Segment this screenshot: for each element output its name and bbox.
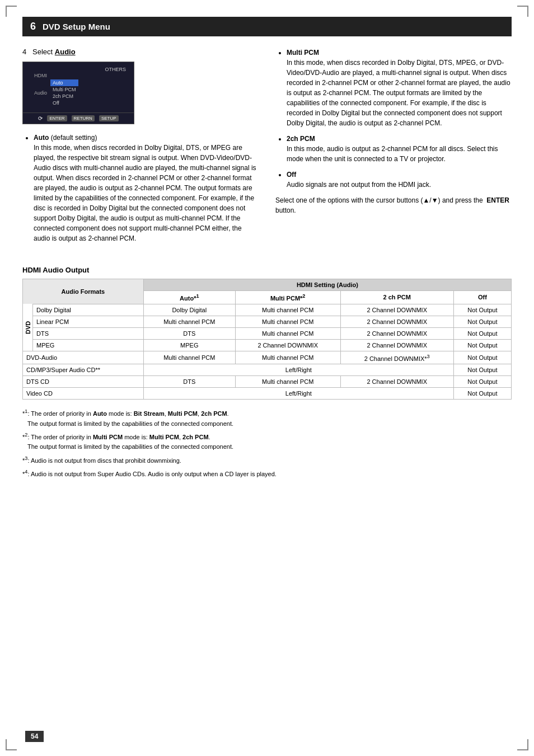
format-dts: DTS <box>33 327 144 339</box>
multi-pcm-mpeg: 2 Channel DOWNMIX <box>235 339 340 351</box>
format-dvd-audio: DVD-Audio <box>23 351 144 364</box>
menu-col-audio: Audio <box>27 90 47 96</box>
footnote-1-text: : The order of priority in Auto mode is:… <box>27 410 228 417</box>
menu-options: Auto Multi PCM 2ch PCM Off <box>50 79 78 106</box>
off-dts-cd: Not Output <box>453 376 511 388</box>
menu-row: HDMI <box>27 72 129 79</box>
menu-option-multi-pcm[interactable]: Multi PCM <box>50 86 78 93</box>
menu-controls: ⟳ ENTER RETURN SETUP <box>23 112 134 124</box>
2ch-mpeg: 2 Channel DOWNMIX <box>340 339 453 351</box>
2ch-dts: 2 Channel DOWNMIX <box>340 327 453 339</box>
cursor-instruction-text: Select one of the options with the curso… <box>275 196 509 214</box>
2ch-linear-pcm: 2 Channel DOWNMIX <box>340 316 453 327</box>
page-number: 54 <box>25 731 44 742</box>
menu-others-label: OTHERS <box>27 65 129 72</box>
footnote-2-text: : The order of priority in Multi PCM mod… <box>27 434 210 440</box>
off-video-cd: Not Output <box>453 388 511 400</box>
multi-pcm-linear-pcm: Multi channel PCM <box>235 316 340 327</box>
bullet-2ch-pcm-body: In this mode, audio is output as 2-chann… <box>287 144 512 164</box>
auto-linear-pcm: Multi channel PCM <box>143 316 235 327</box>
off-dolby-digital: Not Output <box>453 304 511 316</box>
footnote-2-marker: *2 <box>22 434 27 440</box>
footnote-3: *3: Audio is not output from discs that … <box>22 454 512 466</box>
menu-screen-inner: OTHERS HDMI Audio Auto Multi PCM 2ch PCM… <box>23 62 134 110</box>
col-multi-pcm-header: Multi PCM*2 <box>235 291 340 304</box>
multi-pcm-dts: Multi channel PCM <box>235 327 340 339</box>
table-row-dts-cd: DTS CD DTS Multi channel PCM 2 Channel D… <box>23 376 512 388</box>
menu-ctrl-enter[interactable]: ENTER <box>47 115 67 121</box>
menu-option-off[interactable]: Off <box>50 100 78 106</box>
hdmi-setting-header: HDMI Setting (Audio) <box>143 279 511 291</box>
format-dts-cd: DTS CD <box>23 376 144 388</box>
bullet-auto: Auto (default setting) In this mode, whe… <box>34 133 259 243</box>
multi-pcm-dts-cd: Multi channel PCM <box>235 376 340 388</box>
menu-screen: OTHERS HDMI Audio Auto Multi PCM 2ch PCM… <box>22 62 134 124</box>
table-row-linear-pcm: Linear PCM Multi channel PCM Multi chann… <box>23 316 512 327</box>
format-linear-pcm: Linear PCM <box>33 316 144 327</box>
menu-option-2ch-pcm[interactable]: 2ch PCM <box>50 93 78 100</box>
menu-ctrl-cursor-icon: ⟳ <box>38 115 43 121</box>
bullet-multi-pcm-title: Multi PCM <box>287 49 319 57</box>
cd-mp3-span: Left/Right <box>143 364 453 376</box>
menu-col-hdmi: HDMI <box>27 73 47 78</box>
corner-tr <box>517 6 528 17</box>
off-cd-mp3: Not Output <box>453 364 511 376</box>
step-audio-label: Audio <box>55 48 76 56</box>
menu-row-audio: Audio Auto Multi PCM 2ch PCM Off <box>27 79 129 107</box>
auto-dts-cd: DTS <box>143 376 235 388</box>
step-number: 4 <box>22 48 26 56</box>
off-mpeg: Not Output <box>453 339 511 351</box>
multi-pcm-dvd-audio: Multi channel PCM <box>235 351 340 364</box>
footnote-3-marker: *3 <box>22 457 27 464</box>
menu-ctrl-return[interactable]: RETURN <box>72 115 95 121</box>
footnote-4: *4: Audio is not output from Super Audio… <box>22 468 512 479</box>
menu-ctrl-setup[interactable]: SETUP <box>99 115 119 121</box>
hdmi-section: HDMI Audio Output Audio Formats HDMI Set… <box>22 266 512 480</box>
off-dts: Not Output <box>453 327 511 339</box>
footnote-2: *2: The order of priority in Multi PCM m… <box>22 431 512 452</box>
step-verb: Select <box>32 48 53 56</box>
auto-dts: DTS <box>143 327 235 339</box>
section-header: 6 DVD Setup Menu <box>22 17 512 36</box>
table-header-row-1: Audio Formats HDMI Setting (Audio) <box>23 279 512 291</box>
auto-dolby-digital: Dolby Digital <box>143 304 235 316</box>
col-off-header: Off <box>453 291 511 304</box>
2ch-dvd-audio: 2 Channel DOWNMIX*3 <box>340 351 453 364</box>
table-row-video-cd: Video CD Left/Right Not Output <box>23 388 512 400</box>
main-content: 4 Select Audio OTHERS HDMI Audio Auto Mu… <box>22 48 512 249</box>
left-col: 4 Select Audio OTHERS HDMI Audio Auto Mu… <box>22 48 259 249</box>
2ch-dolby-digital: 2 Channel DOWNMIX <box>340 304 453 316</box>
footnote-1-subtext: The output format is limited by the capa… <box>22 420 233 427</box>
video-cd-span: Left/Right <box>143 388 453 400</box>
section-number: 6 <box>30 21 36 32</box>
bullet-multi-pcm: Multi PCM In this mode, when discs recor… <box>287 48 512 128</box>
menu-option-auto[interactable]: Auto <box>50 79 78 86</box>
footnotes: *1: The order of priority in Auto mode i… <box>22 407 512 479</box>
dvd-group-label: DVD <box>23 304 33 351</box>
bullet-off: Off Audio signals are not output from th… <box>287 170 512 190</box>
footnote-3-text: : Audio is not output from discs that pr… <box>27 457 181 464</box>
bullet-2ch-pcm: 2ch PCM In this mode, audio is output as… <box>287 134 512 164</box>
auto-dvd-audio: Multi channel PCM <box>143 351 235 364</box>
bullet-off-title: Off <box>287 171 296 179</box>
bullet-2ch-pcm-title: 2ch PCM <box>287 135 315 143</box>
footnote-4-marker: *4 <box>22 471 27 477</box>
cursor-instruction: Select one of the options with the curso… <box>275 195 512 215</box>
table-row-dvd-audio: DVD-Audio Multi channel PCM Multi channe… <box>23 351 512 364</box>
footnote-4-text: : Audio is not output from Super Audio C… <box>27 471 277 477</box>
corner-tl <box>6 6 17 17</box>
table-row-mpeg: MPEG MPEG 2 Channel DOWNMIX 2 Channel DO… <box>23 339 512 351</box>
audio-formats-header: Audio Formats <box>23 279 144 304</box>
multi-pcm-dolby-digital: Multi channel PCM <box>235 304 340 316</box>
col-auto-header: Auto*1 <box>143 291 235 304</box>
table-row-cd-mp3: CD/MP3/Super Audio CD** Left/Right Not O… <box>23 364 512 376</box>
page-container: 6 DVD Setup Menu 4 Select Audio OTHERS H… <box>0 0 534 756</box>
corner-bl <box>6 739 17 750</box>
off-linear-pcm: Not Output <box>453 316 511 327</box>
2ch-dts-cd: 2 Channel DOWNMIX <box>340 376 453 388</box>
format-video-cd: Video CD <box>23 388 144 400</box>
format-mpeg: MPEG <box>33 339 144 351</box>
format-dolby-digital: Dolby Digital <box>33 304 144 316</box>
step-label: 4 Select Audio <box>22 48 259 56</box>
corner-br <box>517 739 528 750</box>
